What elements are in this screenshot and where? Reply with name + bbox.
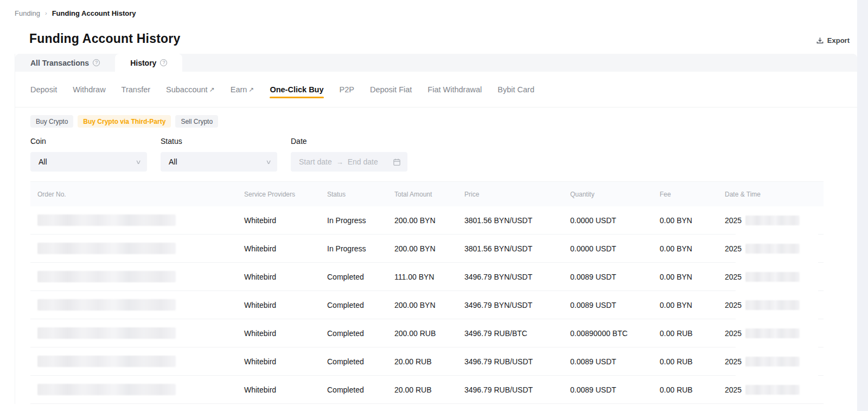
quantity-cell: 0.0089 USDT	[563, 273, 653, 281]
external-link-icon: ↗	[209, 86, 215, 93]
table-row: Whitebird Completed 20.00 RUB 3496.79 RU…	[30, 347, 824, 376]
date-time-cell: 2025	[718, 244, 824, 254]
total-amount-cell: 200.00 BYN	[387, 244, 457, 253]
filter-pill[interactable]: Buy Crypto via Third-Party	[78, 115, 171, 128]
content-panel: All Transactions ? History ? Deposit Wit…	[15, 54, 857, 404]
status-select[interactable]: All ∨	[161, 152, 277, 172]
subtab-label: P2P	[340, 85, 354, 94]
start-date-input[interactable]: Start date	[299, 157, 332, 166]
filter-pill[interactable]: Buy Crypto	[30, 115, 73, 128]
provider-cell: Whitebird	[237, 273, 320, 281]
column-header: Fee	[653, 191, 718, 198]
column-header: Total Amount	[387, 191, 457, 198]
redacted-order-no	[37, 356, 176, 367]
date-time-cell: 2025	[718, 272, 824, 282]
filter-pills: Buy Crypto Buy Crypto via Third-Party Se…	[15, 115, 857, 128]
subtab[interactable]: One-Click Buy	[270, 72, 323, 107]
subtab[interactable]: Bybit Card	[497, 72, 534, 107]
subtab[interactable]: P2P	[340, 72, 354, 107]
column-header: Service Providers	[237, 191, 320, 198]
subtab[interactable]: Earn ↗	[231, 72, 254, 107]
date-year: 2025	[725, 357, 742, 366]
subtab-label: Fiat Withdrawal	[427, 85, 482, 94]
redacted-order-no	[37, 271, 176, 282]
column-header: Date & Time	[718, 191, 824, 198]
subtab[interactable]: Fiat Withdrawal	[427, 72, 482, 107]
provider-cell: Whitebird	[237, 329, 320, 338]
date-year: 2025	[725, 216, 742, 225]
quantity-cell: 0.00890000 BTC	[563, 329, 653, 338]
price-cell: 3496.79 RUB/BTC	[457, 329, 563, 338]
tabs-bar: All Transactions ? History ?	[15, 54, 857, 72]
total-amount-cell: 200.00 BYN	[387, 301, 457, 309]
help-icon: ?	[160, 59, 167, 66]
redacted-date	[745, 216, 800, 225]
date-year: 2025	[725, 329, 742, 338]
subtab-label: Withdraw	[73, 85, 105, 94]
redacted-order-no	[37, 214, 176, 226]
tab[interactable]: All Transactions ?	[15, 54, 115, 72]
breadcrumb-separator-icon: ›	[45, 10, 47, 16]
subtab[interactable]: Transfer	[122, 72, 150, 107]
provider-cell: Whitebird	[237, 301, 320, 309]
pill-label: Sell Crypto	[181, 118, 213, 125]
table-row: Whitebird Completed 20.00 RUB 3496.79 RU…	[30, 376, 824, 404]
coin-select-value: All	[39, 157, 47, 166]
status-cell: Completed	[320, 329, 387, 338]
fee-cell: 0.00 BYN	[653, 273, 718, 281]
coin-select[interactable]: All ∨	[30, 152, 147, 172]
title-row: Funding Account History Export	[15, 17, 868, 46]
breadcrumb: Funding › Funding Account History	[15, 9, 868, 17]
date-year: 2025	[725, 385, 742, 394]
end-date-input[interactable]: End date	[348, 157, 378, 166]
status-cell: Completed	[320, 385, 387, 394]
chevron-down-icon: ∨	[135, 159, 141, 166]
subtab[interactable]: Deposit Fiat	[370, 72, 412, 107]
tab[interactable]: History ?	[115, 54, 182, 72]
provider-cell: Whitebird	[237, 216, 320, 225]
status-cell: Completed	[320, 301, 387, 309]
status-cell: In Progress	[320, 216, 387, 225]
redacted-date	[745, 385, 800, 395]
pill-label: Buy Crypto	[36, 118, 68, 125]
date-range-picker[interactable]: Start date → End date	[291, 152, 407, 172]
redacted-order-no	[37, 327, 176, 339]
subtab-label: Deposit Fiat	[370, 85, 412, 94]
status-cell: Completed	[320, 273, 387, 281]
subtab[interactable]: Withdraw	[73, 72, 105, 107]
export-button[interactable]: Export	[816, 36, 850, 46]
redacted-date	[745, 357, 800, 366]
subtab-label: Deposit	[30, 85, 57, 94]
subtab-label: Subaccount	[166, 85, 208, 94]
filter-pill[interactable]: Sell Crypto	[175, 115, 218, 128]
subtab[interactable]: Subaccount ↗	[166, 72, 215, 107]
tab-label: All Transactions	[30, 59, 89, 67]
price-cell: 3801.56 BYN/USDT	[457, 244, 563, 253]
fee-cell: 0.00 RUB	[653, 385, 718, 394]
total-amount-cell: 111.00 BYN	[387, 273, 457, 281]
price-cell: 3801.56 BYN/USDT	[457, 216, 563, 225]
order-no-cell	[30, 299, 237, 311]
fee-cell: 0.00 BYN	[653, 301, 718, 309]
table-body: Whitebird In Progress 200.00 BYN 3801.56…	[30, 206, 824, 404]
date-time-cell: 2025	[718, 328, 824, 338]
provider-cell: Whitebird	[237, 385, 320, 394]
coin-filter-label: Coin	[30, 137, 147, 146]
transactions-table: Order No.Service ProvidersStatusTotal Am…	[30, 181, 824, 404]
topbar: Funding › Funding Account History Fundin…	[0, 0, 868, 46]
subtab-label: Earn	[231, 85, 247, 94]
fee-cell: 0.00 RUB	[653, 357, 718, 366]
provider-cell: Whitebird	[237, 244, 320, 253]
quantity-cell: 0.0000 USDT	[563, 216, 653, 225]
order-no-cell	[30, 327, 237, 339]
price-cell: 3496.79 RUB/USDT	[457, 385, 563, 394]
subtab-label: One-Click Buy	[270, 85, 323, 94]
table-row: Whitebird In Progress 200.00 BYN 3801.56…	[30, 235, 824, 263]
subtab[interactable]: Deposit	[30, 72, 57, 107]
order-no-cell	[30, 384, 237, 395]
breadcrumb-parent-link[interactable]: Funding	[15, 9, 40, 17]
date-time-cell: 2025	[718, 300, 824, 310]
price-cell: 3496.79 RUB/USDT	[457, 357, 563, 366]
date-time-cell: 2025	[718, 357, 824, 366]
filters-row: Coin All ∨ Status All ∨ Date Start date …	[15, 137, 857, 172]
